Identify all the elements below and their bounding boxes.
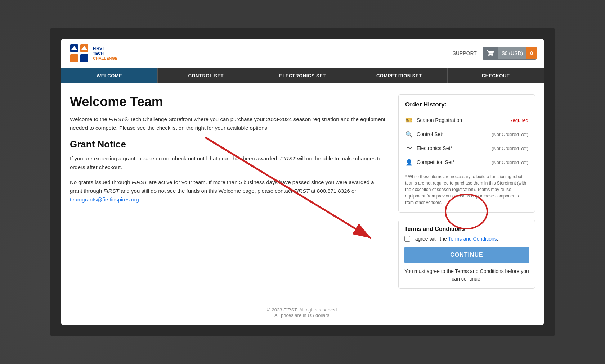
support-link[interactable]: SUPPORT xyxy=(452,50,476,56)
terms-card: Terms and Conditions I agree with the Te… xyxy=(398,220,535,289)
competition-set-status: (Not Ordered Yet) xyxy=(492,160,528,165)
terms-conditions-link[interactable]: Terms and Conditions xyxy=(448,236,497,242)
nav-electronics-set[interactable]: ELECTRONICS SET xyxy=(254,68,351,83)
terms-warning: You must agree to the Terms and Conditio… xyxy=(404,268,529,283)
nav-control-set[interactable]: CONTROL SET xyxy=(158,68,254,83)
electronics-set-icon: 〜 xyxy=(405,144,413,152)
order-history-card: Order History: 🎫 Season Registration Req… xyxy=(398,94,535,213)
sidebar: Order History: 🎫 Season Registration Req… xyxy=(398,94,535,289)
terms-label: I agree with the Terms and Conditions. xyxy=(412,236,498,242)
cart-price: $0 (USD) xyxy=(498,47,526,59)
order-item-season-reg: 🎫 Season Registration Required xyxy=(405,113,528,127)
order-item-electronics-set: 〜 Electronics Set* (Not Ordered Yet) xyxy=(405,141,528,155)
svg-rect-2 xyxy=(70,54,78,62)
order-note: * While these items are necessary to bui… xyxy=(405,173,528,206)
electronics-set-status: (Not Ordered Yet) xyxy=(492,146,528,151)
competition-set-label: Competition Set* xyxy=(417,159,454,165)
season-reg-status: Required xyxy=(509,118,528,123)
cart-button[interactable]: $0 (USD) 0 xyxy=(483,47,537,60)
control-set-status: (Not Ordered Yet) xyxy=(492,132,528,137)
cart-count: 0 xyxy=(526,47,537,59)
ftc-logo-icon xyxy=(68,42,90,64)
season-reg-label: Season Registration xyxy=(417,117,462,123)
main-content: Welcome Team Welcome to the FIRST® Tech … xyxy=(70,94,387,289)
footer-prices-note: All prices are in US dollars. xyxy=(68,313,537,318)
electronics-set-label: Electronics Set* xyxy=(417,145,452,151)
nav-welcome[interactable]: WELCOME xyxy=(61,68,158,83)
control-set-icon: 🔍 xyxy=(405,130,413,138)
continue-button[interactable]: CONTINUE xyxy=(404,247,529,263)
header: FIRST TECH CHALLENGE SUPPORT $0 (USD) 0 xyxy=(61,39,544,68)
competition-set-icon: 👤 xyxy=(405,158,413,166)
logo-text: FIRST TECH CHALLENGE xyxy=(93,46,117,61)
control-set-label: Control Set* xyxy=(417,131,444,137)
svg-rect-3 xyxy=(80,54,88,62)
order-item-competition-set: 👤 Competition Set* (Not Ordered Yet) xyxy=(405,155,528,169)
grant-email-link[interactable]: teamgrants@firstinspires.org xyxy=(70,196,139,203)
intro-paragraph: Welcome to the FIRST® Tech Challenge Sto… xyxy=(70,115,387,132)
nav-competition-set[interactable]: COMPETITION SET xyxy=(351,68,448,83)
footer-copyright: © 2023 FIRST. All rights reserved. xyxy=(68,307,537,313)
grant-notice-title: Grant Notice xyxy=(70,139,387,150)
terms-checkbox[interactable] xyxy=(404,236,410,242)
grant-paragraph-2: No grants issued through FIRST are activ… xyxy=(70,178,387,204)
footer: © 2023 FIRST. All rights reserved. All p… xyxy=(61,300,544,325)
nav-checkout[interactable]: CHECKOUT xyxy=(448,68,544,83)
season-reg-icon: 🎫 xyxy=(405,116,413,124)
order-history-title: Order History: xyxy=(405,101,528,108)
order-item-control-set: 🔍 Control Set* (Not Ordered Yet) xyxy=(405,127,528,141)
terms-title: Terms and Conditions xyxy=(404,226,529,232)
cart-icon xyxy=(483,47,498,60)
header-right: SUPPORT $0 (USD) 0 xyxy=(452,47,537,60)
nav-bar: WELCOME CONTROL SET ELECTRONICS SET COMP… xyxy=(61,68,544,83)
grant-paragraph-1: If you are expecting a grant, please do … xyxy=(70,154,387,172)
terms-checkbox-row: I agree with the Terms and Conditions. xyxy=(404,236,529,242)
content-area: Welcome Team Welcome to the FIRST® Tech … xyxy=(61,83,544,300)
logo: FIRST TECH CHALLENGE xyxy=(68,42,117,64)
page-title: Welcome Team xyxy=(70,94,387,109)
